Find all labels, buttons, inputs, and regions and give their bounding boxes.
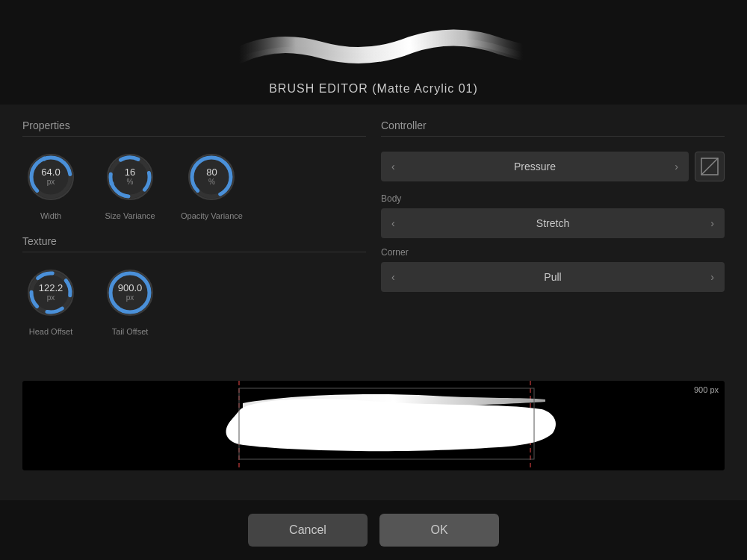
pressure-prev-button[interactable]: ‹ xyxy=(387,158,400,175)
texture-section-title: Texture xyxy=(22,235,366,252)
tail-offset-knob-container[interactable]: 900.0 px Tail Offset xyxy=(102,264,158,336)
ok-button[interactable]: OK xyxy=(379,514,499,547)
brush-canvas xyxy=(22,381,725,470)
texture-knobs: 122.2 px Head Offset xyxy=(22,264,366,336)
corner-selector-wrap: Corner ‹ Pull › xyxy=(381,247,725,292)
body-prev-button[interactable]: ‹ xyxy=(387,214,400,232)
left-panel: Properties 64.0 px xyxy=(22,119,366,366)
width-label: Width xyxy=(40,211,61,220)
head-offset-knob[interactable]: 122.2 px xyxy=(22,264,79,321)
width-value: 64.0 px xyxy=(41,167,60,186)
header: BRUSH EDITOR (Matte Acrylic 01) xyxy=(0,0,747,105)
body-value-label: Stretch xyxy=(400,217,707,229)
body-next-button[interactable]: › xyxy=(706,214,719,232)
controller-row: ‹ Pressure › xyxy=(381,152,725,181)
tail-offset-label: Tail Offset xyxy=(112,327,149,336)
size-variance-value: 16 % xyxy=(125,167,135,186)
body-selector-wrap: Body ‹ Stretch › xyxy=(381,193,725,238)
properties-knobs: 64.0 px Width 16 xyxy=(22,149,366,220)
corner-section-label: Corner xyxy=(381,247,725,258)
controller-section-title: Controller xyxy=(381,119,725,137)
brush-preview xyxy=(217,24,530,76)
svg-line-18 xyxy=(701,158,718,175)
corner-prev-button[interactable]: ‹ xyxy=(387,268,400,286)
opacity-variance-knob[interactable]: 80 % xyxy=(183,149,240,205)
corner-next-button[interactable]: › xyxy=(706,268,719,286)
graph-icon xyxy=(701,158,719,175)
main-panels: Properties 64.0 px xyxy=(0,105,747,381)
opacity-variance-label: Opacity Variance xyxy=(181,211,243,220)
body-section-label: Body xyxy=(381,193,725,204)
body-corner-section: Body ‹ Stretch › Corner ‹ Pull › xyxy=(381,193,725,292)
opacity-variance-knob-container[interactable]: 80 % Opacity Variance xyxy=(181,149,243,220)
head-offset-label: Head Offset xyxy=(29,327,73,336)
footer: Cancel OK xyxy=(0,500,747,560)
right-panel: Controller ‹ Pressure › Body ‹ Stretch xyxy=(381,119,725,366)
head-offset-value: 122.2 px xyxy=(39,283,63,302)
size-variance-knob[interactable]: 16 % xyxy=(102,149,158,205)
size-variance-knob-container[interactable]: 16 % Size Variance xyxy=(102,149,158,220)
canvas-preview: 900 px xyxy=(22,381,725,470)
cancel-button[interactable]: Cancel xyxy=(248,514,368,547)
width-knob-container[interactable]: 64.0 px Width xyxy=(22,149,79,220)
tail-offset-value: 900.0 px xyxy=(118,283,143,302)
pressure-selector[interactable]: ‹ Pressure › xyxy=(381,152,689,181)
opacity-variance-value: 80 % xyxy=(206,167,217,186)
body-selector[interactable]: ‹ Stretch › xyxy=(381,208,725,238)
corner-value-label: Pull xyxy=(400,271,707,283)
pressure-label: Pressure xyxy=(400,161,671,172)
pressure-next-button[interactable]: › xyxy=(670,158,683,175)
width-knob[interactable]: 64.0 px xyxy=(22,149,79,205)
properties-section-title: Properties xyxy=(22,119,366,137)
graph-button[interactable] xyxy=(695,152,725,181)
corner-selector[interactable]: ‹ Pull › xyxy=(381,262,725,292)
size-variance-label: Size Variance xyxy=(105,211,155,220)
texture-section: Texture 122.2 px xyxy=(22,235,366,336)
px-label: 900 px xyxy=(694,385,719,394)
head-offset-knob-container[interactable]: 122.2 px Head Offset xyxy=(22,264,79,336)
header-title: BRUSH EDITOR (Matte Acrylic 01) xyxy=(269,82,478,96)
tail-offset-knob[interactable]: 900.0 px xyxy=(102,264,158,321)
